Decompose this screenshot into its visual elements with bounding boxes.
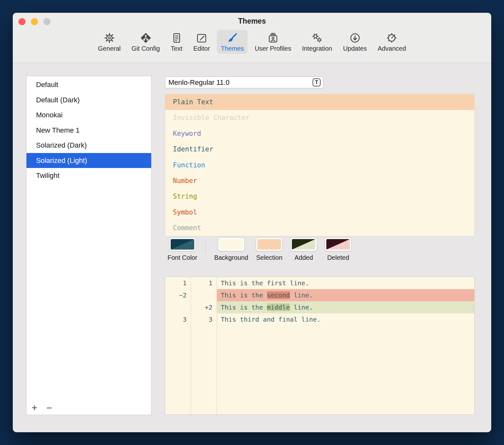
preview-row-keyword[interactable]: Keyword — [165, 126, 474, 142]
toolbar-item-editor[interactable]: Editor — [189, 30, 214, 54]
preview-row-comment[interactable]: Comment — [165, 220, 474, 236]
window-title: Themes — [13, 17, 491, 26]
preview-row-string[interactable]: String — [165, 189, 474, 204]
swatch-color — [219, 239, 243, 250]
preview-row-identifier[interactable]: Identifier — [165, 142, 474, 157]
swatch-font-color: Font Color — [167, 237, 197, 261]
preview-row-symbol[interactable]: Symbol — [165, 205, 474, 220]
font-field[interactable]: Menlo-Regular 11.0 T — [165, 77, 323, 88]
diff-old-line-number: 3 — [165, 313, 191, 325]
preview-row-plain-text[interactable]: Plain Text — [165, 94, 474, 110]
diff-new-line-number: 3 — [191, 313, 217, 325]
diff-column-divider-2 — [217, 277, 217, 414]
diff-old-line-number: −2 — [165, 289, 191, 301]
diff-row-added: +2This is the middle line. — [165, 301, 474, 313]
diff-text-segment: This third and final line. — [221, 316, 321, 323]
swatch-label: Deleted — [327, 254, 349, 261]
theme-list-item-solarized-light[interactable]: Solarized (Light) — [26, 153, 151, 168]
content: DefaultDefault (Dark)MonokaiNew Theme 1S… — [13, 63, 491, 432]
swatch-label: Selection — [256, 254, 282, 261]
themes-icon — [227, 33, 238, 43]
diff-line-text: This is the second line. — [217, 289, 474, 301]
preview-row-number[interactable]: Number — [165, 173, 474, 189]
diff-preview: 11This is the first line.−2This is the s… — [165, 277, 475, 415]
toolbar-item-advanced[interactable]: Advanced — [374, 30, 410, 54]
list-actions: + − — [32, 403, 52, 413]
preview-row-function[interactable]: Function — [165, 157, 474, 173]
toolbar-item-label: Advanced — [378, 45, 406, 52]
swatch-color — [257, 239, 281, 250]
remove-theme-button[interactable]: − — [46, 403, 52, 413]
toolbar-item-label: Editor — [193, 45, 210, 52]
diff-row-normal: 33This third and final line. — [165, 313, 474, 325]
diff-word-highlight: second — [267, 291, 290, 299]
diff-line-text: This is the first line. — [217, 277, 474, 289]
theme-list-item-monokai[interactable]: Monokai — [26, 107, 151, 123]
preferences-window: Themes GeneralGit ConfigTextEditorThemes… — [13, 13, 491, 432]
toolbar-item-text[interactable]: Text — [167, 30, 186, 54]
theme-preview: Plain TextInvisible CharacterKeywordIden… — [165, 94, 475, 236]
theme-list-item-default-dark[interactable]: Default (Dark) — [26, 92, 151, 108]
swatch-well-background[interactable] — [218, 237, 245, 251]
theme-list-panel: DefaultDefault (Dark)MonokaiNew Theme 1S… — [26, 76, 152, 415]
swatch-well-added[interactable] — [290, 237, 317, 251]
diff-new-line-number — [191, 289, 217, 301]
diff-new-line-number: +2 — [191, 301, 217, 313]
toolbar-item-themes[interactable]: Themes — [217, 30, 248, 54]
swatch-deleted: Deleted — [325, 237, 352, 261]
toolbar-item-git-config[interactable]: Git Config — [128, 30, 164, 54]
theme-list: DefaultDefault (Dark)MonokaiNew Theme 1S… — [26, 76, 151, 183]
theme-list-item-default[interactable]: Default — [26, 77, 151, 92]
user-profiles-icon — [268, 33, 278, 43]
swatch-well-deleted[interactable] — [325, 237, 352, 251]
swatch-well-selection[interactable] — [256, 237, 283, 251]
diff-text-segment: This is the — [221, 303, 267, 311]
titlebar: Themes GeneralGit ConfigTextEditorThemes… — [13, 13, 491, 63]
editor-icon — [196, 33, 207, 43]
toolbar-item-integration[interactable]: Integration — [298, 30, 336, 54]
preview-row-invisible-character[interactable]: Invisible Character — [165, 110, 474, 126]
advanced-icon — [386, 33, 397, 43]
integration-icon — [312, 33, 322, 43]
diff-text-segment: This is the — [221, 291, 267, 299]
text-icon — [171, 33, 182, 43]
theme-list-item-new-theme-1[interactable]: New Theme 1 — [26, 123, 151, 138]
git-icon — [140, 33, 151, 43]
swatch-added: Added — [290, 237, 317, 261]
swatch-label: Font Color — [167, 254, 197, 261]
toolbar-item-user-profiles[interactable]: User Profiles — [251, 30, 295, 54]
font-picker-button[interactable]: T — [313, 78, 321, 86]
swatch-label: Added — [294, 254, 313, 261]
toolbar-item-label: User Profiles — [255, 45, 291, 52]
updates-icon — [350, 33, 360, 43]
diff-old-line-number — [165, 301, 191, 313]
swatch-well-font-color[interactable] — [169, 237, 196, 251]
gear-icon — [104, 33, 115, 43]
swatch-label: Background — [214, 254, 248, 261]
diff-text-segment: line. — [290, 303, 313, 311]
toolbar-item-label: Themes — [221, 45, 244, 52]
toolbar-item-label: General — [98, 45, 121, 52]
swatch-row: Font ColorBackgroundSelectionAddedDelete… — [167, 237, 352, 261]
diff-word-highlight: middle — [267, 303, 290, 311]
swatch-background: Background — [214, 237, 248, 261]
toolbar-item-label: Text — [171, 45, 182, 52]
swatch-color — [326, 239, 350, 250]
toolbar: GeneralGit ConfigTextEditorThemesUser Pr… — [13, 30, 491, 54]
toolbar-item-label: Integration — [302, 45, 332, 52]
swatch-color — [171, 239, 194, 250]
add-theme-button[interactable]: + — [32, 403, 37, 413]
diff-line-text: This third and final line. — [217, 313, 474, 325]
toolbar-item-label: Git Config — [131, 45, 160, 52]
swatch-color — [292, 239, 315, 250]
diff-new-line-number: 1 — [191, 277, 217, 289]
toolbar-item-general[interactable]: General — [94, 30, 124, 54]
theme-list-item-solarized-dark[interactable]: Solarized (Dark) — [26, 138, 151, 153]
diff-row-deleted: −2This is the second line. — [165, 289, 474, 301]
theme-list-item-twilight[interactable]: Twilight — [26, 168, 151, 183]
toolbar-item-updates[interactable]: Updates — [339, 30, 371, 54]
diff-line-text: This is the middle line. — [217, 301, 474, 313]
diff-row-normal: 11This is the first line. — [165, 277, 474, 289]
diff-text-segment: This is the first line. — [221, 279, 309, 287]
diff-column-divider-1 — [191, 277, 191, 414]
